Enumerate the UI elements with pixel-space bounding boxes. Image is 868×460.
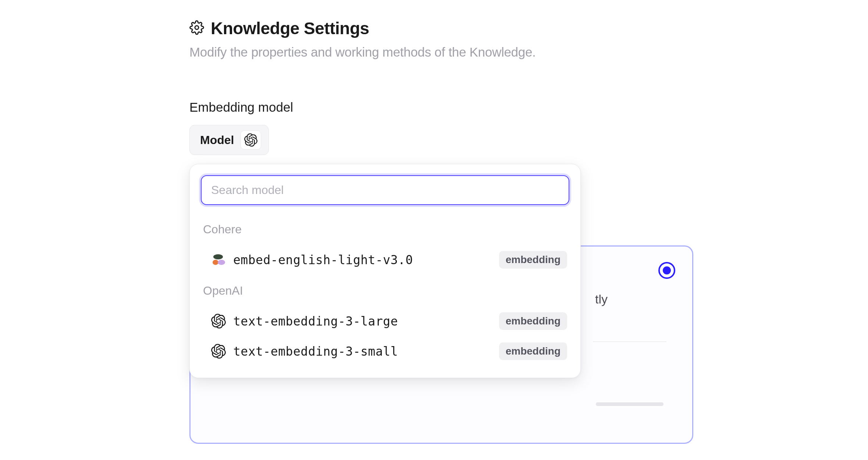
page-title: Knowledge Settings [211,18,369,38]
model-option-openai-text-embedding-3-small[interactable]: text-embedding-3-small embedding [201,337,569,365]
provider-label-cohere: Cohere [201,223,569,236]
model-selector-button[interactable]: Model [189,125,269,155]
model-option-name: text-embedding-3-small [233,344,499,359]
svg-point-3 [218,260,225,265]
option-card-text-partial: tly [595,292,608,306]
model-option-openai-text-embedding-3-large[interactable]: text-embedding-3-large embedding [201,307,569,335]
model-option-name: embed-english-light-v3.0 [233,253,499,267]
cohere-icon [210,252,227,268]
openai-icon [210,313,227,329]
svg-point-0 [195,26,199,29]
model-option-name: text-embedding-3-large [233,314,499,328]
search-input[interactable] [201,175,569,205]
page-subtitle: Modify the properties and working method… [189,45,868,60]
model-tag: embedding [499,312,567,330]
model-option-cohere-embed-english-light[interactable]: embed-english-light-v3.0 embedding [201,246,569,274]
option-card-slider-track[interactable] [596,402,664,406]
model-tag: embedding [499,342,567,360]
svg-point-2 [213,260,218,265]
option-card-divider [593,341,666,342]
svg-point-1 [213,254,223,259]
gear-icon [189,20,204,36]
model-dropdown-panel: Cohere embed-english-light-v3.0 embeddin… [189,164,581,378]
radio-selected-dot [663,266,671,274]
openai-icon [241,130,261,150]
openai-icon [210,343,227,359]
model-selector-button-label: Model [200,133,234,147]
model-tag: embedding [499,251,567,269]
embedding-model-label: Embedding model [189,100,868,115]
provider-label-openai: OpenAI [201,284,569,298]
radio-selected[interactable] [658,262,675,279]
